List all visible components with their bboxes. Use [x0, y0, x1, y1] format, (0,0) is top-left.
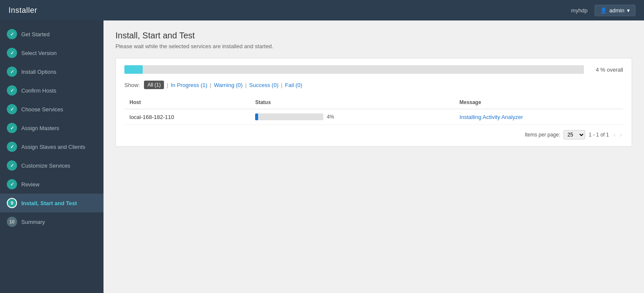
step-circle-assign-slaves: ✓ — [7, 142, 17, 152]
install-table: Host Status Message local-168-182-1104%I… — [124, 96, 623, 125]
sidebar-item-choose-services[interactable]: ✓Choose Services — [0, 100, 104, 119]
sidebar-item-label-install-options: Install Options — [21, 69, 56, 75]
sidebar-item-assign-masters[interactable]: ✓Assign Masters — [0, 119, 104, 137]
sep1: | — [167, 82, 168, 88]
step-circle-summary: 10 — [7, 217, 17, 227]
table-header: Host Status Message — [124, 96, 623, 109]
table-body: local-168-182-1104%Installing Activity A… — [124, 109, 623, 125]
step-circle-install-start-test: 9 — [7, 198, 17, 208]
filter-in-progress-link[interactable]: In Progress (1) — [171, 82, 207, 88]
row-progress-pct-0: 4% — [327, 114, 334, 120]
step-circle-customize-services: ✓ — [7, 160, 17, 171]
sidebar-item-customize-services[interactable]: ✓Customize Services — [0, 156, 104, 175]
sidebar-item-label-confirm-hosts: Confirm Hosts — [21, 87, 56, 94]
show-label: Show: — [124, 82, 140, 88]
pagination-row: Items per page: 25 50 100 1 - 1 of 1 ‹ › — [124, 130, 623, 139]
filter-success-link[interactable]: Success (0) — [249, 82, 279, 88]
overall-progress-label: 4 % overall — [589, 67, 623, 73]
filter-row: Show: All (1) | In Progress (1) | Warnin… — [124, 81, 623, 89]
step-circle-install-options: ✓ — [7, 67, 17, 77]
sidebar-item-label-choose-services: Choose Services — [21, 106, 63, 113]
progress-card: 4 % overall Show: All (1) | In Progress … — [115, 58, 632, 147]
overall-progress-row: 4 % overall — [124, 65, 623, 74]
step-circle-review: ✓ — [7, 179, 17, 189]
sidebar-item-confirm-hosts[interactable]: ✓Confirm Hosts — [0, 81, 104, 100]
filter-fail-link[interactable]: Fail (0) — [285, 82, 302, 88]
sep3: | — [245, 82, 247, 88]
page-subtitle: Please wait while the selected services … — [115, 43, 632, 49]
sidebar-item-label-select-version: Select Version — [21, 50, 57, 56]
cell-message-0: Installing Activity Analyzer — [454, 109, 623, 125]
top-nav-right: myhdp 👤 admin ▾ — [571, 5, 635, 16]
message-link-0[interactable]: Installing Activity Analyzer — [460, 114, 523, 120]
step-circle-confirm-hosts: ✓ — [7, 85, 17, 96]
sidebar-item-review[interactable]: ✓Review — [0, 175, 104, 194]
row-progress-bar-0 — [255, 113, 323, 120]
pagination-range: 1 - 1 of 1 — [589, 132, 609, 138]
step-circle-select-version: ✓ — [7, 48, 17, 58]
step-circle-choose-services: ✓ — [7, 104, 17, 114]
step-circle-assign-masters: ✓ — [7, 123, 17, 133]
step-circle-get-started: ✓ — [7, 29, 17, 39]
user-menu[interactable]: 👤 admin ▾ — [595, 5, 635, 16]
layout: ✓Get Started✓Select Version✓Install Opti… — [0, 20, 644, 293]
sidebar-item-label-summary: Summary — [21, 219, 45, 225]
sidebar-item-assign-slaves[interactable]: ✓Assign Slaves and Clients — [0, 137, 104, 156]
col-host: Host — [124, 96, 250, 109]
row-progress-fill-0 — [255, 113, 258, 120]
filter-warning-link[interactable]: Warning (0) — [214, 82, 242, 88]
filter-all-button[interactable]: All (1) — [144, 81, 164, 89]
sep2: | — [210, 82, 211, 88]
sidebar-item-label-get-started: Get Started — [21, 31, 49, 38]
top-nav: Installer myhdp 👤 admin ▾ — [0, 0, 644, 20]
sidebar-item-label-assign-masters: Assign Masters — [21, 125, 59, 131]
sidebar-item-get-started[interactable]: ✓Get Started — [0, 25, 104, 44]
overall-progress-bar — [124, 65, 584, 74]
col-status: Status — [250, 96, 454, 109]
sidebar-item-install-start-test[interactable]: 9Install, Start and Test — [0, 194, 104, 212]
sep4: | — [281, 82, 282, 88]
user-icon: 👤 — [600, 7, 607, 14]
sidebar-item-label-assign-slaves: Assign Slaves and Clients — [21, 144, 85, 150]
cell-host-0: local-168-182-110 — [124, 109, 250, 125]
sidebar-item-label-install-start-test: Install, Start and Test — [21, 200, 77, 206]
user-dropdown-icon: ▾ — [627, 7, 630, 14]
cluster-name: myhdp — [571, 7, 588, 14]
table-header-row: Host Status Message — [124, 96, 623, 109]
sidebar-item-label-customize-services: Customize Services — [21, 162, 70, 169]
col-message: Message — [454, 96, 623, 109]
page-title: Install, Start and Test — [115, 31, 632, 41]
sidebar-item-summary[interactable]: 10Summary — [0, 212, 104, 231]
sidebar-item-install-options[interactable]: ✓Install Options — [0, 62, 104, 81]
items-per-page-label: Items per page: — [525, 132, 560, 138]
items-per-page-select[interactable]: 25 50 100 — [564, 130, 585, 139]
app-title: Installer — [9, 6, 37, 15]
main-content: Install, Start and Test Please wait whil… — [104, 20, 644, 293]
table-row: local-168-182-1104%Installing Activity A… — [124, 109, 623, 125]
row-progress-container-0: 4% — [255, 113, 449, 120]
cell-status-0: 4% — [250, 109, 454, 125]
sidebar-item-select-version[interactable]: ✓Select Version — [0, 44, 104, 62]
prev-page-button[interactable]: ‹ — [612, 131, 617, 138]
user-label: admin — [610, 7, 624, 14]
next-page-button[interactable]: › — [618, 131, 623, 138]
pagination-nav: ‹ › — [612, 131, 623, 138]
sidebar: ✓Get Started✓Select Version✓Install Opti… — [0, 20, 104, 293]
sidebar-item-label-review: Review — [21, 181, 40, 188]
overall-progress-fill — [124, 65, 143, 74]
